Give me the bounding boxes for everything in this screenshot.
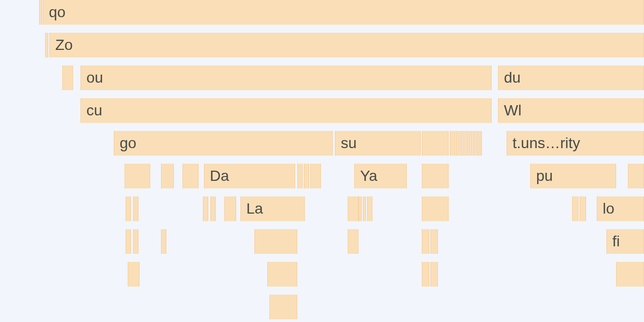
flame-frame[interactable] [348, 229, 358, 254]
flame-frame[interactable]: Da [204, 164, 295, 188]
flame-frame[interactable]: La [240, 196, 305, 221]
flame-frame[interactable] [572, 196, 579, 221]
flame-frame[interactable] [479, 131, 482, 156]
flame-frame[interactable] [422, 196, 449, 221]
flame-frame[interactable] [125, 164, 150, 188]
flame-frame[interactable] [45, 33, 48, 57]
flame-frame-label: go [120, 136, 136, 151]
flame-frame-label: du [504, 70, 521, 85]
flame-frame[interactable] [210, 196, 216, 221]
flame-frame[interactable]: go [114, 131, 333, 156]
flame-frame-label: La [246, 201, 263, 216]
flame-frame-label: lo [603, 201, 614, 216]
flame-frame[interactable]: Wl [498, 98, 644, 123]
flame-frame-label: su [341, 136, 357, 151]
flamegraph: qoZoouducuWlgosut.uns…rityDaYapuLalofi [0, 0, 644, 322]
flame-frame[interactable]: t.uns…rity [507, 131, 644, 156]
flame-frame[interactable]: ou [80, 65, 492, 90]
flame-frame[interactable] [430, 262, 438, 287]
flame-frame-label: cu [86, 103, 103, 118]
flame-frame[interactable] [297, 164, 303, 188]
flame-frame-label: ou [86, 70, 103, 85]
flame-frame[interactable] [254, 229, 297, 254]
flame-frame[interactable]: lo [597, 196, 644, 221]
flame-frame[interactable] [358, 196, 362, 221]
flame-frame[interactable]: cu [80, 98, 492, 123]
flame-frame-label: qo [49, 5, 65, 20]
flame-frame[interactable] [473, 131, 475, 156]
flame-frame[interactable] [476, 131, 479, 156]
flame-frame[interactable] [133, 196, 138, 221]
flame-frame-label: t.uns…rity [513, 136, 580, 151]
flame-frame[interactable] [161, 229, 166, 254]
flame-frame[interactable] [39, 0, 42, 25]
flame-frame[interactable] [422, 164, 449, 188]
flame-frame[interactable] [616, 262, 644, 287]
flame-frame[interactable] [628, 164, 644, 188]
flame-frame[interactable] [422, 262, 429, 287]
flame-frame[interactable] [269, 295, 297, 319]
flame-frame[interactable] [126, 229, 131, 254]
flame-frame[interactable]: pu [530, 164, 616, 188]
flame-frame[interactable] [456, 131, 460, 156]
flame-frame-label: Wl [504, 103, 522, 118]
flame-frame[interactable] [304, 164, 309, 188]
flame-frame[interactable] [62, 65, 73, 90]
flame-frame[interactable] [128, 262, 140, 287]
flame-frame-label: fi [612, 234, 620, 249]
flame-frame[interactable] [450, 131, 455, 156]
flame-frame[interactable]: su [335, 131, 421, 156]
flame-frame[interactable]: qo [43, 0, 644, 25]
flame-frame[interactable] [469, 131, 472, 156]
flame-frame[interactable] [267, 262, 297, 287]
flame-frame[interactable] [126, 196, 131, 221]
flame-frame[interactable] [363, 196, 366, 221]
flame-frame[interactable]: fi [606, 229, 644, 254]
flame-frame[interactable] [203, 196, 208, 221]
flame-frame[interactable] [460, 131, 465, 156]
flame-frame[interactable] [465, 131, 469, 156]
flame-frame[interactable] [310, 164, 321, 188]
flame-frame[interactable] [580, 196, 586, 221]
flame-frame[interactable] [224, 196, 236, 221]
flame-frame[interactable] [422, 131, 449, 156]
flame-frame[interactable] [161, 164, 174, 188]
flame-frame-label: Zo [55, 38, 73, 53]
flame-frame[interactable]: Ya [354, 164, 407, 188]
flame-frame[interactable] [422, 229, 429, 254]
flame-frame-label: Da [210, 169, 229, 184]
flame-frame[interactable] [367, 196, 372, 221]
flame-frame[interactable] [182, 164, 199, 188]
flame-frame[interactable] [348, 196, 358, 221]
flame-frame[interactable]: Zo [49, 33, 644, 57]
flame-frame-label: Ya [360, 169, 377, 184]
flame-frame[interactable]: du [498, 65, 644, 90]
flame-frame-label: pu [536, 169, 553, 184]
flame-frame[interactable] [430, 229, 438, 254]
flame-frame[interactable] [133, 229, 138, 254]
